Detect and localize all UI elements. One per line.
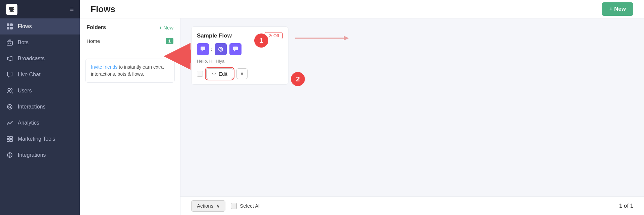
sidebar-item-integrations[interactable]: Integrations: [0, 147, 80, 163]
hamburger-icon[interactable]: ≡: [70, 5, 74, 13]
flow-icon-2: ?: [215, 43, 227, 55]
svg-text:?: ?: [220, 48, 222, 52]
flow-card: Sample Flow ⊘ Off ›: [191, 26, 288, 85]
actions-button[interactable]: Actions ∧: [191, 200, 225, 212]
top-bar: Flows + New: [80, 0, 644, 18]
bottom-bar-container: Actions ∧ Select All 1 of 1: [180, 196, 644, 215]
svg-text:✕: ✕: [9, 7, 13, 12]
step-number-2: 2: [296, 75, 300, 83]
flow-icon-3: [229, 43, 241, 55]
folders-new-link[interactable]: + New: [159, 25, 173, 30]
step-badge-2: 2: [291, 72, 305, 86]
flow-chevron: ›: [211, 47, 213, 52]
svg-rect-10: [7, 58, 8, 60]
sidebar-item-live-chat-label: Live Chat: [18, 72, 41, 78]
flow-card-title: Sample Flow: [197, 32, 232, 39]
sidebar-item-integrations-label: Integrations: [18, 152, 46, 158]
sidebar-header: ✕ ≡: [0, 0, 80, 18]
actions-chevron-icon: ∧: [216, 203, 220, 209]
folder-count: 1: [166, 38, 173, 44]
folder-name: Home: [87, 38, 100, 44]
page-title: Flows: [91, 4, 115, 14]
sidebar-item-marketing-tools-label: Marketing Tools: [18, 136, 55, 142]
flow-checkbox[interactable]: [197, 71, 203, 77]
main-content: Flows + New Folders + New Home 1 Invite …: [80, 0, 644, 215]
select-all-container[interactable]: Select All: [231, 203, 261, 209]
flow-card-wrapper: Sample Flow ⊘ Off ›: [191, 26, 288, 93]
invite-box: Invite friends to instantly earn extra i…: [85, 59, 175, 83]
select-all-checkbox[interactable]: [231, 203, 237, 209]
sidebar-item-bots[interactable]: Bots: [0, 34, 80, 51]
folders-panel: Folders + New Home 1 Invite friends to i…: [80, 18, 180, 215]
new-button-top[interactable]: + New: [602, 2, 633, 16]
sidebar-item-users-label: Users: [18, 88, 32, 94]
flow-card-header: Sample Flow ⊘ Off: [197, 32, 283, 39]
app-logo[interactable]: ✕: [6, 4, 17, 15]
analytics-icon: [6, 119, 13, 127]
svg-rect-20: [10, 139, 12, 142]
flow-icons: › ?: [197, 43, 283, 55]
flow-subtitle: Hello, Hi, Hiya: [197, 59, 283, 64]
sidebar-item-analytics[interactable]: Analytics: [0, 115, 80, 131]
svg-point-7: [8, 43, 9, 44]
sidebar-item-broadcasts[interactable]: Broadcasts: [0, 51, 80, 67]
flow-icon-1: [197, 43, 209, 55]
folders-header: Folders + New: [80, 24, 180, 34]
content-area: Folders + New Home 1 Invite friends to i…: [80, 18, 644, 215]
actions-label: Actions: [197, 203, 213, 209]
sidebar-item-interactions-label: Interactions: [18, 104, 46, 110]
live-chat-icon: [6, 71, 13, 78]
sidebar: ✕ ≡ Flows Bots: [0, 0, 80, 215]
flows-icon: [6, 23, 13, 30]
svg-point-12: [8, 88, 10, 91]
edit-label: Edit: [219, 71, 227, 77]
sidebar-item-bots-label: Bots: [18, 40, 29, 46]
integrations-icon: [6, 151, 13, 159]
off-icon: ⊘: [268, 33, 272, 38]
off-label: Off: [273, 33, 279, 38]
svg-point-15: [9, 106, 11, 108]
svg-rect-1: [7, 23, 9, 26]
edit-pencil-icon: ✏: [212, 71, 216, 77]
sidebar-item-live-chat[interactable]: Live Chat: [0, 67, 80, 83]
sidebar-item-interactions[interactable]: Interactions: [0, 99, 80, 115]
select-all-label: Select All: [240, 203, 261, 209]
flows-area: Sample Flow ⊘ Off ›: [180, 18, 644, 215]
sidebar-item-flows-label: Flows: [18, 23, 32, 29]
svg-marker-27: [344, 36, 349, 41]
off-badge: ⊘ Off: [265, 32, 283, 39]
edit-button[interactable]: ✏ Edit: [206, 68, 233, 79]
svg-rect-2: [10, 23, 13, 26]
sidebar-item-marketing-tools[interactable]: Marketing Tools: [0, 131, 80, 147]
svg-rect-3: [7, 27, 9, 29]
sidebar-item-flows[interactable]: Flows: [0, 18, 80, 34]
broadcasts-icon: [6, 55, 13, 62]
folders-title: Folders: [87, 24, 106, 30]
svg-point-8: [10, 43, 11, 44]
svg-rect-19: [7, 139, 9, 142]
chevron-down-icon: ∨: [240, 71, 244, 76]
divider: [87, 51, 173, 51]
folder-item-home[interactable]: Home 1: [80, 34, 180, 48]
svg-rect-17: [7, 136, 9, 139]
sidebar-item-analytics-label: Analytics: [18, 120, 39, 126]
bottom-bar: Actions ∧ Select All 1 of 1: [180, 196, 644, 215]
interactions-icon: [6, 103, 13, 111]
svg-rect-4: [10, 27, 13, 29]
svg-point-13: [11, 89, 12, 90]
users-icon: [6, 87, 13, 94]
annotation-arrow-2: [295, 33, 356, 45]
sidebar-item-users[interactable]: Users: [0, 83, 80, 99]
flow-card-footer: ✏ Edit ∨ 2: [197, 68, 283, 79]
sidebar-item-broadcasts-label: Broadcasts: [18, 56, 45, 62]
svg-rect-5: [7, 41, 12, 45]
invite-link[interactable]: Invite friends: [91, 64, 117, 70]
edit-dropdown-button[interactable]: ∨: [236, 68, 248, 79]
marketing-tools-icon: [6, 135, 13, 143]
bots-icon: [6, 39, 13, 46]
svg-rect-18: [10, 136, 12, 139]
pagination-text: 1 of 1: [619, 203, 633, 209]
